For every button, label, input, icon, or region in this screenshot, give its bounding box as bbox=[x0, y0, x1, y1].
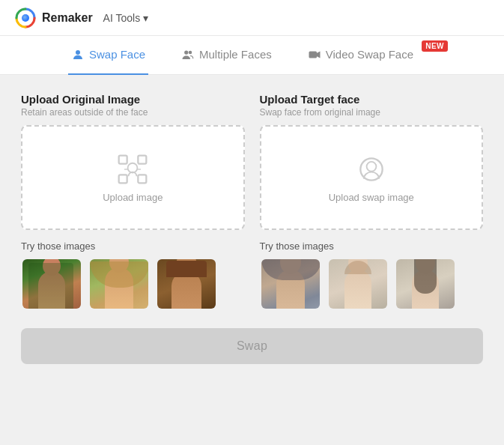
upload-target-box[interactable]: Upload swap image bbox=[260, 125, 484, 230]
chevron-down-icon: ▾ bbox=[143, 12, 148, 24]
upload-target-section: Upload Target face Swap face from origin… bbox=[260, 93, 484, 310]
upload-target-subtitle: Swap face from original image bbox=[260, 107, 484, 118]
svg-marker-6 bbox=[317, 51, 321, 58]
swap-button-row: Swap bbox=[21, 328, 483, 364]
sample-original-images bbox=[21, 258, 245, 310]
svg-rect-9 bbox=[119, 175, 127, 183]
try-original-label: Try those images bbox=[21, 240, 245, 252]
upload-target-title: Upload Target face bbox=[260, 93, 484, 106]
tab-multiple-faces-label: Multiple Faces bbox=[199, 48, 272, 61]
upload-columns: Upload Original Image Retain areas outsi… bbox=[21, 93, 483, 310]
tab-video-swap-face-label: Video Swap Face bbox=[326, 48, 413, 61]
tab-video-swap-face[interactable]: Video Swap Face NEW bbox=[305, 36, 436, 75]
sample-original-img-1[interactable] bbox=[21, 258, 82, 310]
svg-point-11 bbox=[128, 163, 138, 172]
svg-rect-8 bbox=[139, 155, 147, 163]
svg-rect-5 bbox=[309, 51, 317, 58]
new-badge: NEW bbox=[422, 40, 448, 52]
sample-target-img-1[interactable] bbox=[260, 258, 321, 310]
logo-area: Remaker bbox=[15, 7, 93, 28]
svg-rect-7 bbox=[119, 155, 127, 163]
svg-rect-10 bbox=[139, 175, 147, 183]
remaker-logo-icon bbox=[15, 7, 36, 28]
swap-button[interactable]: Swap bbox=[21, 328, 483, 364]
sample-target-images bbox=[260, 258, 484, 310]
sample-target-img-3[interactable] bbox=[395, 258, 456, 310]
upload-original-box[interactable]: Upload image bbox=[21, 125, 245, 230]
tab-swap-face-label: Swap Face bbox=[89, 48, 145, 61]
svg-point-3 bbox=[184, 50, 188, 54]
upload-original-subtitle: Retain areas outside of the face bbox=[21, 107, 245, 118]
person-icon bbox=[71, 48, 85, 61]
header: Remaker AI Tools ▾ bbox=[0, 0, 504, 36]
upload-original-label: Upload image bbox=[103, 192, 163, 203]
svg-point-1 bbox=[22, 14, 29, 22]
tab-multiple-faces[interactable]: Multiple Faces bbox=[178, 36, 275, 75]
group-icon bbox=[181, 48, 195, 61]
tab-swap-face[interactable]: Swap Face bbox=[68, 36, 148, 75]
face-target-icon bbox=[355, 153, 388, 186]
main-content: Upload Original Image Retain areas outsi… bbox=[0, 75, 504, 382]
sample-original-img-2[interactable] bbox=[88, 258, 150, 310]
tabs-bar: Swap Face Multiple Faces Video Swap Face… bbox=[0, 36, 504, 75]
svg-point-15 bbox=[366, 161, 376, 171]
sample-original-img-3[interactable] bbox=[156, 258, 217, 310]
svg-point-2 bbox=[76, 50, 80, 55]
video-icon bbox=[308, 48, 321, 61]
upload-target-label: Upload swap image bbox=[329, 192, 414, 203]
upload-original-section: Upload Original Image Retain areas outsi… bbox=[21, 93, 245, 310]
try-target-label: Try those images bbox=[260, 240, 484, 252]
svg-point-4 bbox=[189, 50, 192, 54]
face-scan-icon bbox=[116, 153, 149, 186]
logo-text: Remaker bbox=[42, 11, 93, 25]
ai-tools-label: AI Tools bbox=[103, 12, 141, 24]
ai-tools-button[interactable]: AI Tools ▾ bbox=[99, 9, 154, 27]
upload-original-title: Upload Original Image bbox=[21, 93, 245, 106]
sample-target-img-2[interactable] bbox=[327, 258, 389, 310]
